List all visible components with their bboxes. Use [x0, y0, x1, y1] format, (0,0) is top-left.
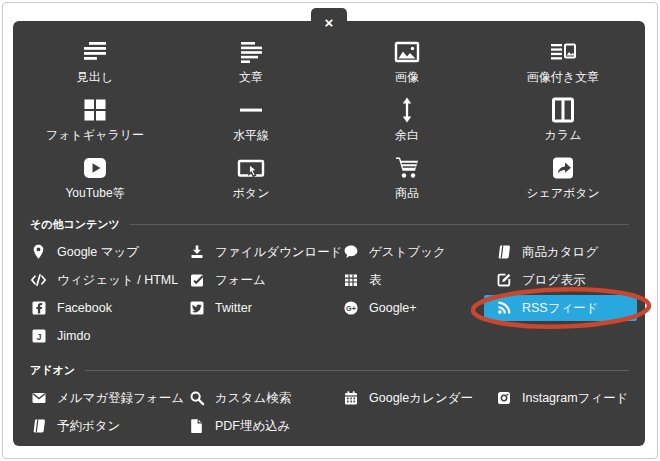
item-newsletter-form[interactable]: メルマガ登録フォーム	[20, 384, 178, 412]
tile-horizontal-rule[interactable]: 水平線	[173, 92, 329, 150]
tile-label: YouTube等	[65, 185, 124, 202]
catalog-icon	[495, 244, 512, 260]
item-label: ウィジェット / HTML	[57, 272, 178, 289]
blog-icon	[495, 272, 512, 288]
section-divider-line	[85, 370, 629, 371]
item-label: ゲストブック	[369, 244, 446, 261]
item-label: RSSフィード	[522, 300, 599, 317]
tile-columns[interactable]: カラム	[485, 92, 641, 150]
item-custom-search[interactable]: カスタム検索	[178, 384, 332, 412]
tile-label: 画像	[395, 69, 419, 86]
tile-label: 余白	[395, 127, 419, 144]
rss-icon	[495, 300, 512, 316]
item-label: Googleカレンダー	[369, 390, 473, 407]
svg-text:J: J	[36, 332, 41, 342]
book-icon	[30, 418, 47, 434]
item-rss-feed[interactable]: RSSフィード	[484, 295, 637, 321]
item-label: カスタム検索	[215, 390, 291, 407]
tile-label: 画像付き文章	[527, 69, 599, 86]
form-icon	[188, 272, 205, 288]
item-product-catalog[interactable]: 商品カタログ	[474, 238, 637, 266]
tile-text[interactable]: 文章	[173, 34, 329, 92]
tile-label: 水平線	[233, 127, 269, 144]
share-icon	[549, 152, 577, 183]
hr-icon	[237, 94, 265, 125]
item-twitter[interactable]: Twitter	[178, 294, 332, 322]
tile-label: シェアボタン	[526, 185, 600, 202]
item-blog-display[interactable]: ブログ表示	[474, 266, 637, 294]
item-label: ブログ表示	[522, 272, 585, 289]
item-label: Google マップ	[57, 244, 139, 261]
item-google-plus[interactable]: G+Google+	[332, 294, 474, 322]
item-label: Instagramフィード	[522, 390, 628, 407]
twitter-icon	[188, 300, 205, 316]
tile-label: ボタン	[233, 185, 270, 202]
button-icon	[236, 152, 266, 183]
tile-label: 見出し	[77, 69, 113, 86]
table-icon	[342, 272, 359, 288]
item-label: フォーム	[215, 272, 266, 289]
item-google-calendar[interactable]: Googleカレンダー	[332, 384, 474, 412]
columns-icon	[549, 94, 577, 125]
tile-label: 文章	[239, 69, 263, 86]
item-label: メルマガ登録フォーム	[57, 390, 184, 407]
tile-image-text[interactable]: 画像付き文章	[485, 34, 641, 92]
svg-text:G+: G+	[346, 304, 356, 313]
heading-icon	[81, 36, 109, 67]
tile-label: フォトギャラリー	[46, 127, 144, 144]
item-pdf-embed[interactable]: PDF埋め込み	[178, 412, 332, 440]
item-instagram-feed[interactable]: Instagramフィード	[474, 384, 637, 412]
search-icon	[188, 390, 205, 406]
item-table[interactable]: 表	[332, 266, 474, 294]
code-icon	[30, 272, 47, 288]
section-divider-line	[130, 224, 629, 225]
section-header-other-contents: その他コンテンツ	[30, 216, 629, 232]
tile-label: 商品	[395, 185, 419, 202]
tile-youtube[interactable]: YouTube等	[17, 150, 173, 208]
item-label: PDF埋め込み	[215, 418, 291, 435]
item-label: ファイルダウンロード	[215, 244, 343, 261]
map-pin-icon	[30, 244, 47, 260]
tile-label: カラム	[545, 127, 582, 144]
item-guestbook[interactable]: ゲストブック	[332, 238, 474, 266]
facebook-icon	[30, 300, 47, 316]
section-title: アドオン	[30, 363, 75, 378]
item-facebook[interactable]: Facebook	[20, 294, 178, 322]
google-plus-icon: G+	[342, 300, 359, 316]
item-form[interactable]: フォーム	[178, 266, 332, 294]
cart-icon	[392, 152, 422, 183]
calendar-icon	[342, 390, 359, 406]
item-label: 商品カタログ	[522, 244, 598, 261]
content-tile-grid: 見出し 文章 画像 画像付き文章 フォトギャラリー 水平線 余白 カラム You…	[13, 21, 645, 208]
tile-image[interactable]: 画像	[329, 34, 485, 92]
image-icon	[393, 36, 421, 67]
envelope-icon	[30, 390, 47, 406]
add-content-dialog: × 見出し 文章 画像 画像付き文章 フォトギャラリー 水平線 余白 カラム Y…	[13, 21, 645, 446]
tile-store-item[interactable]: 商品	[329, 150, 485, 208]
instagram-icon	[495, 390, 512, 406]
gallery-icon	[81, 94, 109, 125]
addons-list: メルマガ登録フォーム カスタム検索 Googleカレンダー Instagramフ…	[13, 384, 645, 440]
item-label: 予約ボタン	[57, 418, 120, 435]
jimdo-icon: J	[30, 328, 47, 344]
tile-button[interactable]: ボタン	[173, 150, 329, 208]
section-header-addons: アドオン	[30, 362, 629, 378]
tile-spacing[interactable]: 余白	[329, 92, 485, 150]
item-google-maps[interactable]: Google マップ	[20, 238, 178, 266]
text-icon	[237, 36, 265, 67]
item-label: Facebook	[57, 301, 112, 315]
item-jimdo[interactable]: JJimdo	[20, 322, 178, 350]
close-button[interactable]: ×	[311, 8, 347, 34]
tile-heading[interactable]: 見出し	[17, 34, 173, 92]
image-text-icon	[549, 36, 577, 67]
tile-share-button[interactable]: シェアボタン	[485, 150, 641, 208]
tile-photo-gallery[interactable]: フォトギャラリー	[17, 92, 173, 150]
item-widget-html[interactable]: ウィジェット / HTML	[20, 266, 178, 294]
close-icon: ×	[325, 15, 334, 30]
item-label: Twitter	[215, 301, 252, 315]
item-label: Jimdo	[57, 329, 90, 343]
item-booking-button[interactable]: 予約ボタン	[20, 412, 178, 440]
speech-bubble-icon	[342, 244, 359, 260]
item-file-download[interactable]: ファイルダウンロード	[178, 238, 332, 266]
download-icon	[188, 244, 205, 260]
